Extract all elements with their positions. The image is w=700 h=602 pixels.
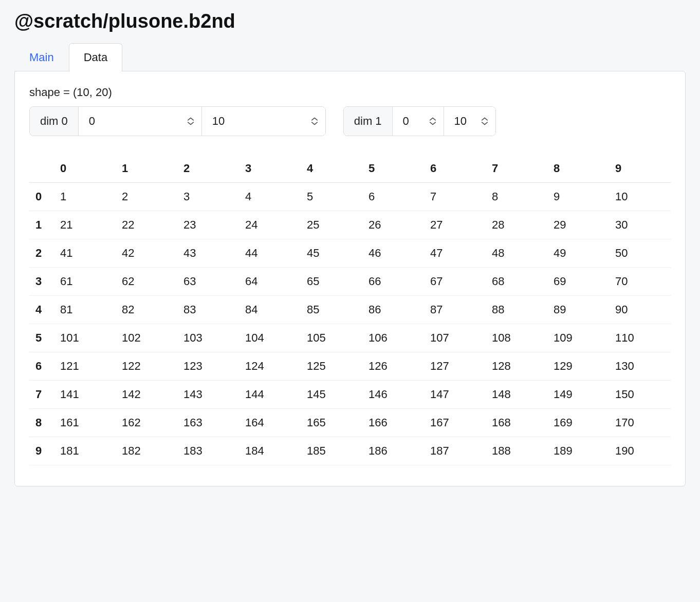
table-cell: 146 bbox=[362, 381, 424, 409]
row-header: 5 bbox=[29, 324, 54, 352]
dim-0-start-value: 0 bbox=[89, 115, 95, 128]
table-cell: 190 bbox=[609, 437, 671, 465]
table-row: 9181182183184185186187188189190 bbox=[29, 437, 671, 465]
table-cell: 29 bbox=[547, 211, 609, 239]
col-header: 7 bbox=[486, 155, 547, 183]
table-cell: 21 bbox=[54, 211, 116, 239]
row-header: 6 bbox=[29, 352, 54, 381]
table-cell: 41 bbox=[54, 239, 116, 268]
dim-1-stop-value: 10 bbox=[454, 115, 467, 128]
table-cell: 2 bbox=[116, 183, 177, 211]
table-cell: 6 bbox=[362, 183, 424, 211]
table-cell: 84 bbox=[239, 296, 301, 324]
table-cell: 48 bbox=[486, 239, 547, 268]
stepper-icon[interactable] bbox=[311, 117, 318, 125]
table-cell: 188 bbox=[486, 437, 547, 465]
col-header: 9 bbox=[609, 155, 671, 183]
table-cell: 185 bbox=[301, 437, 362, 465]
table-cell: 24 bbox=[239, 211, 301, 239]
row-header: 1 bbox=[29, 211, 54, 239]
col-header: 8 bbox=[547, 155, 609, 183]
table-cell: 184 bbox=[239, 437, 301, 465]
table-cell: 124 bbox=[239, 352, 301, 381]
table-cell: 25 bbox=[301, 211, 362, 239]
table-cell: 164 bbox=[239, 409, 301, 437]
table-cell: 122 bbox=[116, 352, 177, 381]
table-cell: 149 bbox=[547, 381, 609, 409]
table-cell: 162 bbox=[116, 409, 177, 437]
row-header: 4 bbox=[29, 296, 54, 324]
table-cell: 89 bbox=[547, 296, 609, 324]
table-cell: 101 bbox=[54, 324, 116, 352]
table-cell: 85 bbox=[301, 296, 362, 324]
table-cell: 42 bbox=[116, 239, 177, 268]
table-cell: 148 bbox=[486, 381, 547, 409]
table-row: 121222324252627282930 bbox=[29, 211, 671, 239]
table-cell: 182 bbox=[116, 437, 177, 465]
table-cell: 26 bbox=[362, 211, 424, 239]
stepper-icon[interactable] bbox=[187, 117, 194, 125]
table-cell: 66 bbox=[362, 268, 424, 296]
table-cell: 109 bbox=[547, 324, 609, 352]
table-cell: 86 bbox=[362, 296, 424, 324]
table-cell: 130 bbox=[609, 352, 671, 381]
dimension-controls: dim 0010dim 1010 bbox=[29, 106, 671, 136]
stepper-icon[interactable] bbox=[481, 117, 488, 125]
table-cell: 145 bbox=[301, 381, 362, 409]
table-cell: 46 bbox=[362, 239, 424, 268]
table-cell: 110 bbox=[609, 324, 671, 352]
table-cell: 150 bbox=[609, 381, 671, 409]
table-cell: 169 bbox=[547, 409, 609, 437]
dim-1-stop-input[interactable]: 10 bbox=[444, 107, 495, 136]
table-cell: 30 bbox=[609, 211, 671, 239]
table-cell: 126 bbox=[362, 352, 424, 381]
table-cell: 141 bbox=[54, 381, 116, 409]
table-cell: 168 bbox=[486, 409, 547, 437]
dim-0-stop-input[interactable]: 10 bbox=[202, 107, 325, 136]
table-cell: 70 bbox=[609, 268, 671, 296]
table-cell: 62 bbox=[116, 268, 177, 296]
dim-0-start-input[interactable]: 0 bbox=[79, 107, 202, 136]
table-cell: 23 bbox=[177, 211, 239, 239]
table-row: 361626364656667686970 bbox=[29, 268, 671, 296]
table-cell: 64 bbox=[239, 268, 301, 296]
row-header: 9 bbox=[29, 437, 54, 465]
table-cell: 129 bbox=[547, 352, 609, 381]
table-cell: 147 bbox=[424, 381, 486, 409]
table-cell: 170 bbox=[609, 409, 671, 437]
tab-main[interactable]: Main bbox=[14, 43, 69, 71]
table-cell: 28 bbox=[486, 211, 547, 239]
table-cell: 102 bbox=[116, 324, 177, 352]
table-cell: 81 bbox=[54, 296, 116, 324]
page-title: @scratch/plusone.b2nd bbox=[14, 10, 686, 32]
dim-group-0: dim 0010 bbox=[29, 106, 326, 136]
table-cell: 105 bbox=[301, 324, 362, 352]
row-header: 7 bbox=[29, 381, 54, 409]
table-cell: 61 bbox=[54, 268, 116, 296]
table-cell: 104 bbox=[239, 324, 301, 352]
table-cell: 8 bbox=[486, 183, 547, 211]
table-cell: 83 bbox=[177, 296, 239, 324]
table-cell: 181 bbox=[54, 437, 116, 465]
dim-label-0: dim 0 bbox=[30, 107, 79, 136]
tab-data[interactable]: Data bbox=[69, 43, 122, 71]
table-cell: 163 bbox=[177, 409, 239, 437]
table-cell: 125 bbox=[301, 352, 362, 381]
table-row: 241424344454647484950 bbox=[29, 239, 671, 268]
table-cell: 5 bbox=[301, 183, 362, 211]
table-cell: 127 bbox=[424, 352, 486, 381]
table-row: 5101102103104105106107108109110 bbox=[29, 324, 671, 352]
col-header: 1 bbox=[116, 155, 177, 183]
table-cell: 183 bbox=[177, 437, 239, 465]
dim-0-stop-value: 10 bbox=[212, 115, 225, 128]
table-cell: 3 bbox=[177, 183, 239, 211]
dim-1-start-value: 0 bbox=[403, 115, 409, 128]
table-cell: 166 bbox=[362, 409, 424, 437]
table-cell: 90 bbox=[609, 296, 671, 324]
dim-1-start-input[interactable]: 0 bbox=[393, 107, 444, 136]
dim-label-1: dim 1 bbox=[344, 107, 393, 136]
stepper-icon[interactable] bbox=[429, 117, 436, 125]
table-cell: 47 bbox=[424, 239, 486, 268]
table-row: 6121122123124125126127128129130 bbox=[29, 352, 671, 381]
table-corner bbox=[29, 155, 54, 183]
